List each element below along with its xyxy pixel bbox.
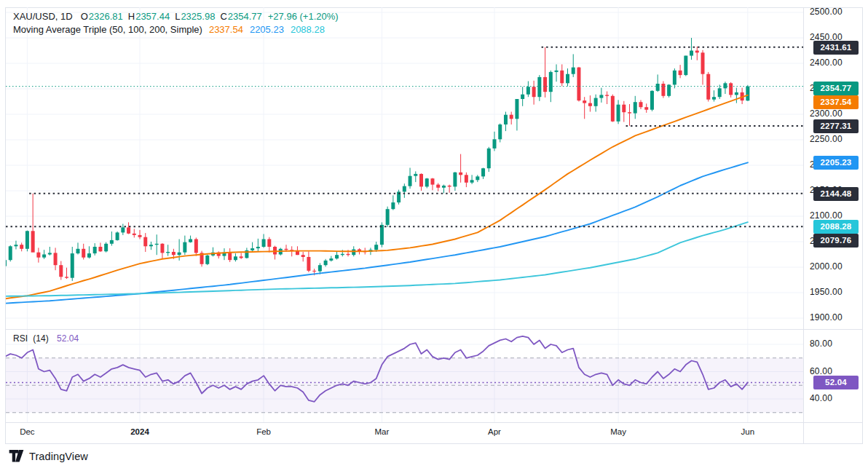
ohlc-key: L [175,11,180,22]
ma-legend-row[interactable]: Moving Average Triple (50, 100, 200, Sim… [13,24,325,35]
change-value: +27.96 (+1.20%) [268,11,339,22]
time-axis-label: May [598,427,639,436]
ma-indicator-title: Moving Average Triple (50, 100, 200, Sim… [13,24,202,35]
sma50-value-label: 2337.54 [813,95,859,109]
price-axis-tick: 2300.00 [810,108,843,119]
sma100-value-label: 2205.23 [813,156,859,170]
price-axis-tick: 2400.00 [810,58,843,68]
time-axis-label: Feb [243,427,284,436]
tradingview-logo-icon [9,450,24,462]
tradingview-chart-widget: XAU/USD, 1DO2326.81H2357.44L2325.98C2354… [0,0,868,471]
price-line-label-2079: 2079.76 [813,234,859,248]
last-price-label: 2354.77 [813,82,859,95]
price-line-label-2431: 2431.61 [813,41,859,55]
price-axis-tick: 2100.00 [810,210,843,221]
time-axis-label: Apr [474,427,515,436]
rsi-pane[interactable] [6,330,803,422]
rsi-axis-tick: 60.00 [810,366,832,376]
rsi-axis-tick: 80.00 [810,339,832,349]
price-axis-tick: 1900.00 [810,312,843,322]
price-axis-tick: 2500.00 [810,7,843,17]
rsi-current-value: 52.04 [57,333,79,344]
rsi-title: RSI [13,333,28,344]
symbol-title: XAU/USD, 1D [13,11,73,22]
price-pane[interactable] [6,8,803,329]
rsi-params: (14) [33,333,48,344]
tradingview-logo[interactable]: TradingView [9,450,88,462]
ohlc-key: O [81,11,88,22]
sma200-value-label: 2088.28 [813,220,859,234]
ohlc-value: 2325.98 [181,11,215,22]
time-axis-label: Mar [361,427,402,436]
price-line-label-2277: 2277.31 [813,119,859,133]
ohlc-key: H [128,11,135,22]
ohlc-value: 2326.81 [89,11,123,22]
price-axis-tick: 2250.00 [810,134,843,144]
time-axis-label: Dec [7,427,47,436]
ma-value: 2337.54 [209,24,243,35]
tradingview-logo-text: TradingView [29,451,88,462]
rsi-value-label: 52.04 [813,376,859,389]
time-axis-label: Jun [727,427,768,436]
ohlc-value: 2354.77 [228,11,262,22]
price-axis-tick: 2000.00 [810,261,843,272]
time-axis-label: 2024 [119,427,160,436]
rsi-axis-tick: 40.00 [810,393,832,403]
ma-value: 2088.28 [291,24,325,35]
price-line-label-2144: 2144.48 [813,187,859,201]
symbol-legend-row[interactable]: XAU/USD, 1DO2326.81H2357.44L2325.98C2354… [13,11,339,22]
price-axis-tick: 1950.00 [810,287,843,297]
ohlc-key: C [220,11,226,22]
ohlc-value: 2357.44 [135,11,170,22]
ma-value: 2205.23 [250,24,284,35]
rsi-legend-row[interactable]: RSI (14) 52.04 [13,333,79,344]
